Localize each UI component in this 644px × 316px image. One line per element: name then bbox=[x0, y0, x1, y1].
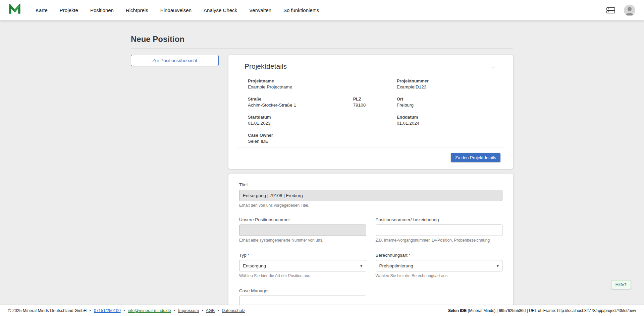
page-title: Neue Position bbox=[131, 35, 513, 49]
server-rack-icon[interactable] bbox=[606, 7, 615, 14]
table-row: Startdatum 01.01.2023 Enddatum 01.01.202… bbox=[237, 111, 504, 129]
collapse-icon[interactable]: – bbox=[489, 62, 497, 70]
typ-helper: Wählen Sie hier die Art der Position aus… bbox=[239, 273, 366, 278]
field-plz: PLZ 79108 bbox=[353, 97, 397, 108]
unsere-positionsnummer-input bbox=[239, 225, 366, 236]
datenschutz-link[interactable]: Datenschutz bbox=[222, 308, 245, 313]
field-startdatum: Startdatum 01.01.2023 bbox=[248, 115, 397, 126]
goto-project-details-button[interactable]: Zu den Projektdetails bbox=[451, 153, 500, 162]
user-avatar[interactable] bbox=[624, 5, 635, 16]
field-case-owner: Case Owner Selen IDE bbox=[248, 133, 504, 144]
session-details: (Mineral Minds) | 69576255536d | URL of … bbox=[467, 308, 636, 313]
positionsnummer-helper: Z.B. Interne-Vorgangsnummer, LV-Position… bbox=[376, 238, 503, 243]
unsere-positionsnummer-field: Unsere Positionsnummer Erhält eine syste… bbox=[239, 217, 366, 243]
typ-field: Typ* Entsorgung ▾ Wählen Sie hier die Ar… bbox=[239, 253, 366, 278]
top-navbar: Karte Projekte Positionen Richtpreis Ein… bbox=[0, 0, 644, 20]
berechnungsart-helper: Wählen Sie hier die Berechnungsart aus. bbox=[376, 273, 503, 278]
main-nav: Karte Projekte Positionen Richtpreis Ein… bbox=[36, 7, 319, 13]
table-row: Case Owner Selen IDE bbox=[237, 129, 504, 147]
typ-label: Typ* bbox=[239, 253, 366, 258]
impressum-link[interactable]: Impressum bbox=[178, 308, 199, 313]
back-to-positions-button[interactable]: Zur Positionsübersicht bbox=[131, 55, 219, 66]
nav-item-so-funktionierts[interactable]: So funktioniert's bbox=[283, 7, 319, 13]
field-enddatum: Enddatum 01.01.2024 bbox=[397, 115, 504, 126]
mineral-minds-logo-icon bbox=[9, 4, 21, 17]
table-row: Straße Achim-Stocker-Straße 1 PLZ 79108 … bbox=[237, 93, 504, 111]
email-link[interactable]: info@mineral-minds.de bbox=[128, 308, 171, 313]
chevron-down-icon: ▾ bbox=[496, 263, 499, 268]
field-projektnummer: Projektnummer ExampleID123 bbox=[397, 78, 504, 89]
avatar-icon bbox=[624, 5, 635, 16]
nav-item-analyse-check[interactable]: Analyse Check bbox=[204, 7, 237, 13]
field-strasse: Straße Achim-Stocker-Straße 1 bbox=[248, 97, 353, 108]
nav-item-einbauweisen[interactable]: Einbauweisen bbox=[160, 7, 192, 13]
berechnungsart-select[interactable]: Preisoptimierung ▾ bbox=[376, 260, 503, 271]
titel-field: Titel Erhält den von uns vorgegebenen Ti… bbox=[239, 182, 502, 208]
help-button[interactable]: Hilfe? bbox=[611, 280, 631, 289]
nav-item-karte[interactable]: Karte bbox=[36, 7, 48, 13]
positionsnummer-input[interactable] bbox=[376, 225, 503, 236]
nav-item-positionen[interactable]: Positionen bbox=[90, 7, 114, 13]
session-info: Selen IDE (Mineral Minds) | 69576255536d… bbox=[448, 308, 636, 313]
titel-label: Titel bbox=[239, 182, 502, 187]
case-manager-field: Case Manager bbox=[239, 288, 366, 305]
right-column: Projektdetails – Projektname Example Pro… bbox=[228, 55, 513, 305]
field-projektname: Projektname Example Projectname bbox=[248, 78, 397, 89]
required-asterisk: * bbox=[248, 253, 249, 258]
table-row: Projektname Example Projectname Projektn… bbox=[237, 75, 504, 93]
case-manager-input[interactable] bbox=[239, 296, 366, 305]
agb-link[interactable]: AGB bbox=[206, 308, 215, 313]
case-manager-label: Case Manager bbox=[239, 288, 366, 293]
nav-item-richtpreis[interactable]: Richtpreis bbox=[126, 7, 148, 13]
titel-input bbox=[239, 190, 502, 201]
copyright-text: © 2025 Mineral Minds Deutschland GmbH bbox=[8, 308, 87, 313]
unsere-positionsnummer-label: Unsere Positionsnummer bbox=[239, 217, 366, 222]
phone-link[interactable]: 07151/250100 bbox=[94, 308, 121, 313]
footer-left: © 2025 Mineral Minds Deutschland GmbH • … bbox=[8, 308, 247, 313]
chevron-down-icon: ▾ bbox=[360, 263, 363, 268]
project-details-fields: Projektname Example Projectname Projektn… bbox=[237, 75, 504, 147]
new-position-form-card: Titel Erhält den von uns vorgegebenen Ti… bbox=[228, 174, 513, 305]
left-column: Zur Positionsübersicht bbox=[131, 55, 219, 66]
navbar-right bbox=[606, 5, 635, 16]
unsere-positionsnummer-helper: Erhält eine systemgenerierte Nummer von … bbox=[239, 238, 366, 243]
field-ort: Ort Freiburg bbox=[397, 97, 504, 108]
berechnungsart-label: Berechnungsart* bbox=[376, 253, 503, 258]
required-asterisk: * bbox=[409, 253, 410, 258]
nav-item-projekte[interactable]: Projekte bbox=[60, 7, 78, 13]
titel-helper: Erhält den von uns vorgegebenen Titel. bbox=[239, 203, 502, 208]
footer: © 2025 Mineral Minds Deutschland GmbH • … bbox=[0, 305, 644, 316]
brand-logo bbox=[9, 4, 21, 17]
positionsnummer-label: Positionsnummer/-bezeichnung bbox=[376, 217, 503, 222]
project-details-card: Projektdetails – Projektname Example Pro… bbox=[228, 55, 513, 169]
typ-select[interactable]: Entsorgung ▾ bbox=[239, 260, 366, 271]
session-user: Selen IDE bbox=[448, 308, 467, 313]
project-details-title: Projektdetails bbox=[245, 62, 287, 70]
positionsnummer-field: Positionsnummer/-bezeichnung Z.B. Intern… bbox=[376, 217, 503, 243]
berechnungsart-field: Berechnungsart* Preisoptimierung ▾ Wähle… bbox=[376, 253, 503, 278]
form-grid: Unsere Positionsnummer Erhält eine syste… bbox=[239, 217, 502, 305]
main-content: Neue Position Zur Positionsübersicht Pro… bbox=[0, 20, 644, 305]
nav-item-verwalten[interactable]: Verwalten bbox=[249, 7, 271, 13]
